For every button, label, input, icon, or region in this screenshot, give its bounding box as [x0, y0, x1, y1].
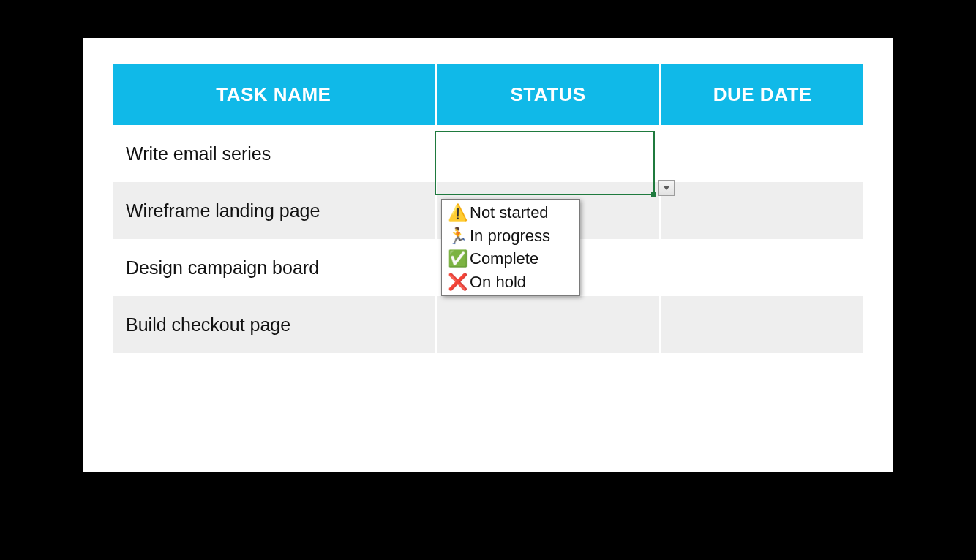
- header-due[interactable]: DUE DATE: [661, 64, 863, 125]
- dropdown-option-label: In progress: [470, 225, 550, 247]
- header-row: TASK NAME STATUS DUE DATE: [113, 64, 863, 125]
- cell-status[interactable]: [435, 296, 661, 353]
- dropdown-trigger[interactable]: [658, 180, 675, 196]
- table-row: Build checkout page: [113, 296, 863, 353]
- table-row: [113, 353, 863, 388]
- header-task[interactable]: TASK NAME: [113, 64, 435, 125]
- cell-due[interactable]: [661, 239, 863, 296]
- chevron-down-icon: [663, 186, 670, 190]
- check-icon: ✅: [448, 248, 465, 270]
- cell-task[interactable]: Design campaign board: [113, 239, 435, 296]
- running-icon: 🏃: [448, 225, 465, 247]
- cell-blank[interactable]: [113, 353, 435, 388]
- table-row: Write email series: [113, 125, 863, 182]
- dropdown-option-label: On hold: [470, 271, 526, 293]
- cell-due[interactable]: [661, 296, 863, 353]
- dropdown-option-label: Not started: [470, 202, 549, 224]
- cell-task[interactable]: Wireframe landing page: [113, 182, 435, 239]
- warning-icon: ⚠️: [448, 202, 465, 224]
- dropdown-option-on-hold[interactable]: ❌ On hold: [442, 270, 579, 294]
- svg-marker-0: [663, 186, 670, 190]
- dropdown-option-label: Complete: [470, 248, 538, 270]
- spreadsheet-panel: TASK NAME STATUS DUE DATE Write email se…: [83, 38, 893, 472]
- status-dropdown-list: ⚠️ Not started 🏃 In progress ✅ Complete …: [441, 199, 580, 296]
- cell-status[interactable]: [435, 125, 661, 182]
- dropdown-option-not-started[interactable]: ⚠️ Not started: [442, 201, 579, 224]
- header-status[interactable]: STATUS: [435, 64, 661, 125]
- dropdown-option-in-progress[interactable]: 🏃 In progress: [442, 224, 579, 248]
- cell-due[interactable]: [661, 182, 863, 239]
- cell-task[interactable]: Build checkout page: [113, 296, 435, 353]
- cell-blank[interactable]: [435, 353, 661, 388]
- cell-blank[interactable]: [661, 353, 863, 388]
- cell-due[interactable]: [661, 125, 863, 182]
- cell-task[interactable]: Write email series: [113, 125, 435, 182]
- cross-icon: ❌: [448, 271, 465, 293]
- dropdown-option-complete[interactable]: ✅ Complete: [442, 247, 579, 270]
